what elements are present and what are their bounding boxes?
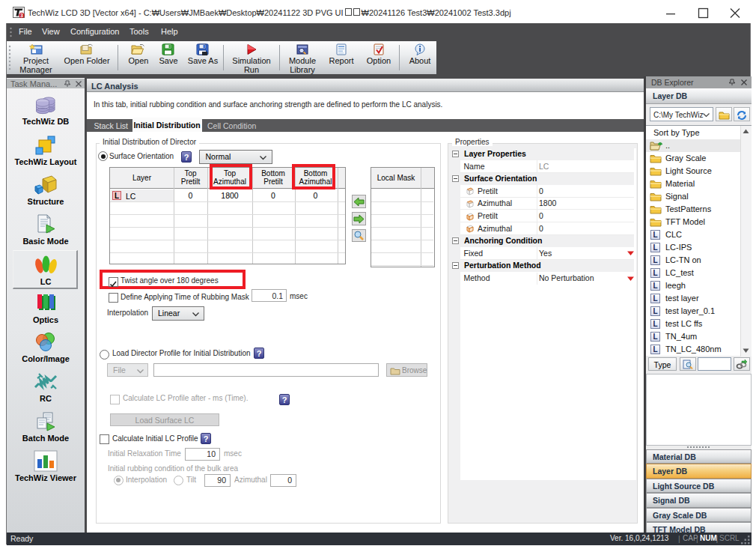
svg-text:3: 3 (20, 13, 23, 18)
